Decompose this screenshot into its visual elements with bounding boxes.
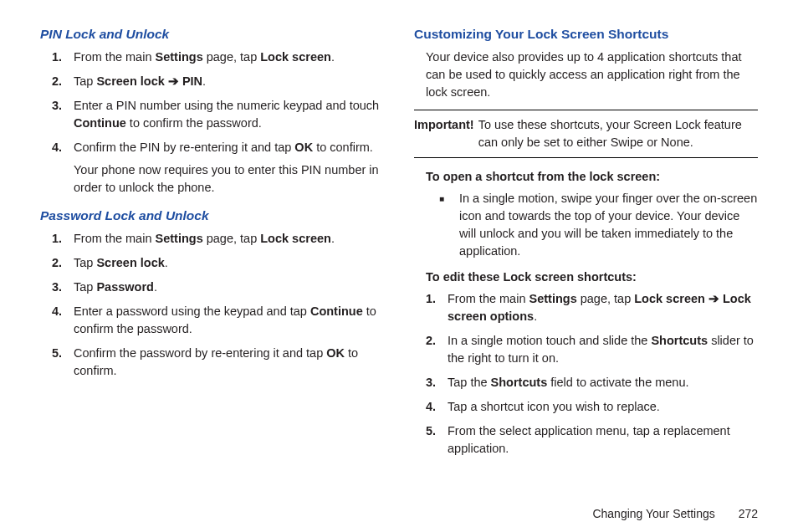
list-item: 4.Confirm the PIN by re-entering it and …: [52, 139, 384, 197]
list-item: 2.Tap Screen lock.: [52, 254, 384, 272]
step-number: 4.: [52, 303, 74, 338]
step-text: From the main Settings page, tap Lock sc…: [74, 49, 384, 66]
step-text: Enter a PIN number using the numeric key…: [74, 97, 384, 132]
step-body: Enter a PIN number using the numeric key…: [74, 97, 384, 132]
list-item: 2.In a single motion touch and slide the…: [426, 332, 758, 367]
step-body: From the main Settings page, tap Lock sc…: [74, 230, 384, 248]
step-text: Confirm the password by re-entering it a…: [74, 345, 384, 380]
step-text: Tap Password.: [74, 279, 384, 296]
step-body: Confirm the PIN by re-entering it and ta…: [74, 139, 384, 197]
list-item: 1.From the main Settings page, tap Lock …: [52, 49, 384, 66]
bold-term: Screen lock: [96, 256, 164, 269]
step-body: Tap a shortcut icon you wish to replace.: [448, 398, 758, 416]
bold-term: OK: [294, 141, 313, 154]
step-text: From the main Settings page, tap Lock sc…: [448, 290, 758, 325]
step-number: 2.: [52, 73, 74, 90]
customizing-heading: Customizing Your Lock Screen Shortcuts: [414, 27, 758, 42]
pwd-heading: Password Lock and Unlock: [40, 208, 384, 223]
bold-term: Lock screen options: [448, 292, 751, 323]
intro-text: Your device also provides up to 4 applic…: [414, 49, 758, 101]
list-item: 2.Tap Screen lock ➔ PIN.: [52, 73, 384, 90]
arrow-icon: ➔: [168, 74, 179, 88]
step-number: 5.: [52, 345, 74, 380]
edit-shortcuts-heading: To edit these Lock screen shortcuts:: [414, 270, 758, 284]
right-column: Customizing Your Lock Screen Shortcuts Y…: [414, 27, 758, 469]
bold-term: Screen lock: [96, 74, 164, 88]
step-body: Tap Screen lock.: [74, 254, 384, 272]
step-body: From the main Settings page, tap Lock sc…: [74, 49, 384, 66]
step-text: In a single motion touch and slide the S…: [448, 332, 758, 367]
bold-term: Settings: [529, 292, 577, 305]
list-item: 3.Enter a PIN number using the numeric k…: [52, 97, 384, 132]
footer-section: Changing Your Settings: [592, 507, 714, 520]
step-body: From the main Settings page, tap Lock sc…: [448, 290, 758, 325]
bold-term: Continue: [310, 304, 363, 318]
bold-term: Lock screen: [634, 292, 705, 305]
edit-steps: 1.From the main Settings page, tap Lock …: [414, 290, 758, 458]
arrow-icon: ➔: [708, 292, 719, 305]
step-number: 3.: [52, 279, 74, 296]
step-body: From the select application menu, tap a …: [448, 422, 758, 458]
bold-term: PIN: [182, 74, 202, 88]
step-number: 1.: [52, 230, 74, 248]
step-number: 1.: [52, 49, 74, 66]
step-number: 2.: [52, 254, 74, 272]
step-text: Confirm the PIN by re-entering it and ta…: [74, 139, 384, 156]
list-item: 4.Enter a password using the keypad and …: [52, 303, 384, 338]
bullet-icon: ■: [439, 190, 459, 260]
list-item: 5.Confirm the password by re-entering it…: [52, 345, 384, 380]
step-text: Tap Screen lock.: [74, 254, 384, 272]
step-body: Tap the Shortcuts field to activate the …: [448, 374, 758, 391]
bold-term: Lock screen: [260, 50, 331, 64]
important-text: To use these shortcuts, your Screen Lock…: [478, 116, 758, 151]
step-text: Tap a shortcut icon you wish to replace.: [448, 398, 758, 416]
bold-term: OK: [326, 346, 345, 360]
bold-term: Password: [96, 280, 154, 294]
list-item: 5.From the select application menu, tap …: [426, 422, 758, 458]
step-body: Confirm the password by re-entering it a…: [74, 345, 384, 380]
open-shortcut-bullet: ■ In a single motion, swipe your finger …: [414, 190, 758, 260]
step-text: Enter a password using the keypad and ta…: [74, 303, 384, 338]
footer-page: 272: [739, 507, 758, 520]
pin-heading: PIN Lock and Unlock: [40, 27, 384, 42]
bold-term: Settings: [156, 232, 203, 245]
bold-term: Settings: [156, 50, 203, 64]
list-item: 4.Tap a shortcut icon you wish to replac…: [426, 398, 758, 416]
step-body: Enter a password using the keypad and ta…: [74, 303, 384, 338]
step-number: 3.: [52, 97, 74, 132]
step-number: 2.: [426, 332, 448, 367]
step-text: From the main Settings page, tap Lock sc…: [74, 230, 384, 248]
list-item: 3.Tap the Shortcuts field to activate th…: [426, 374, 758, 391]
pwd-steps: 1.From the main Settings page, tap Lock …: [40, 230, 384, 380]
page-footer: Changing Your Settings 272: [592, 507, 758, 520]
step-number: 5.: [426, 422, 448, 458]
step-body: Tap Password.: [74, 279, 384, 296]
bold-term: Lock screen: [260, 232, 331, 245]
step-text: Tap the Shortcuts field to activate the …: [448, 374, 758, 391]
bold-term: Shortcuts: [651, 334, 708, 347]
left-column: PIN Lock and Unlock 1.From the main Sett…: [40, 27, 384, 469]
step-text: From the select application menu, tap a …: [448, 422, 758, 458]
open-shortcut-text: In a single motion, swipe your finger ov…: [459, 190, 758, 260]
important-label: Important!: [414, 116, 478, 151]
step-extra: Your phone now requires you to enter thi…: [74, 161, 384, 197]
list-item: 1.From the main Settings page, tap Lock …: [426, 290, 758, 325]
step-number: 4.: [52, 139, 74, 197]
open-shortcut-heading: To open a shortcut from the lock screen:: [414, 170, 758, 183]
bold-term: Shortcuts: [491, 376, 548, 389]
step-body: In a single motion touch and slide the S…: [448, 332, 758, 367]
step-text: Tap Screen lock ➔ PIN.: [74, 73, 384, 90]
step-body: Tap Screen lock ➔ PIN.: [74, 73, 384, 90]
step-number: 1.: [426, 290, 448, 325]
list-item: 1.From the main Settings page, tap Lock …: [52, 230, 384, 248]
pin-steps: 1.From the main Settings page, tap Lock …: [40, 49, 384, 197]
step-number: 3.: [426, 374, 448, 391]
bold-term: Continue: [74, 116, 126, 130]
important-note: Important! To use these shortcuts, your …: [414, 110, 758, 158]
step-number: 4.: [426, 398, 448, 416]
list-item: 3.Tap Password.: [52, 279, 384, 296]
